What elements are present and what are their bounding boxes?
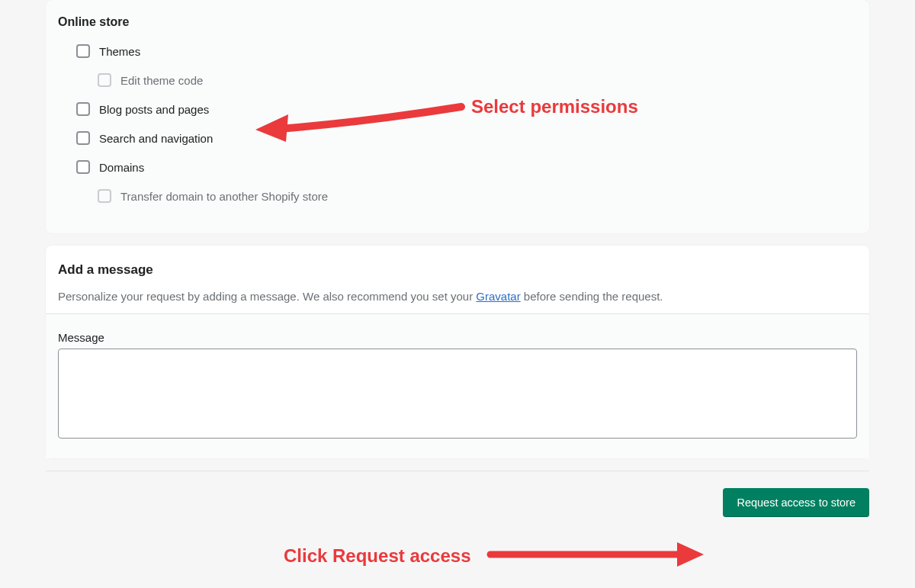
message-field-label: Message <box>58 331 857 344</box>
message-card: Add a message Personalize your request b… <box>46 246 869 458</box>
message-description: Personalize your request by adding a mes… <box>58 288 857 304</box>
permission-label: Blog posts and pages <box>99 103 209 116</box>
permission-group: Themes Edit theme code Blog posts and pa… <box>58 37 857 210</box>
permission-label: Search and navigation <box>99 132 213 145</box>
request-access-button[interactable]: Request access to store <box>723 488 869 517</box>
footer: Request access to store <box>46 471 869 517</box>
annotation-click-request: Click Request access <box>284 545 470 567</box>
message-body: Message <box>46 313 869 458</box>
permission-label: Domains <box>99 161 144 174</box>
checkbox-edit-theme-code <box>98 73 111 87</box>
permission-label: Transfer domain to another Shopify store <box>120 190 328 203</box>
permissions-card: Online store Themes Edit theme code Blog… <box>46 0 869 233</box>
message-desc-post: before sending the request. <box>521 290 663 303</box>
permission-row-domains[interactable]: Domains <box>76 153 857 182</box>
gravatar-link[interactable]: Gravatar <box>476 290 520 303</box>
permission-row-transfer-domain: Transfer domain to another Shopify store <box>76 182 857 210</box>
checkbox-themes[interactable] <box>76 44 90 58</box>
permission-row-themes[interactable]: Themes <box>76 37 857 66</box>
message-title: Add a message <box>58 262 857 278</box>
message-header: Add a message Personalize your request b… <box>46 246 869 313</box>
checkbox-domains[interactable] <box>76 160 90 174</box>
permission-group-title: Online store <box>58 0 857 37</box>
message-textarea[interactable] <box>58 349 857 439</box>
svg-marker-2 <box>677 542 704 567</box>
permission-row-search-nav[interactable]: Search and navigation <box>76 124 857 153</box>
arrow-click-request-icon <box>486 538 708 572</box>
checkbox-blog-posts[interactable] <box>76 102 90 116</box>
checkbox-transfer-domain <box>98 189 111 203</box>
permission-label: Themes <box>99 45 140 58</box>
checkbox-search-nav[interactable] <box>76 131 90 145</box>
message-desc-pre: Personalize your request by adding a mes… <box>58 290 476 303</box>
permission-row-edit-theme-code: Edit theme code <box>76 66 857 95</box>
permission-label: Edit theme code <box>120 74 203 87</box>
permission-row-blog-posts[interactable]: Blog posts and pages <box>76 95 857 124</box>
